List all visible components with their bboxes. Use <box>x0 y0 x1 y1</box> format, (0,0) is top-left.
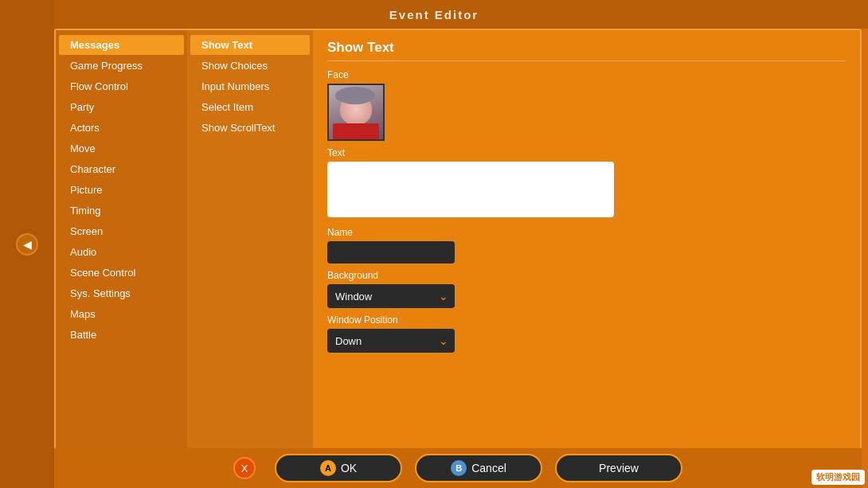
event-editor-dialog: MessagesGame ProgressFlow ControlPartyAc… <box>54 29 862 456</box>
ok-label: OK <box>341 462 357 474</box>
face-outfit <box>333 123 379 139</box>
command-item-show-scrolltext[interactable]: Show ScrollText <box>190 118 310 138</box>
face-portrait-image <box>329 85 383 139</box>
dialog-content: MessagesGame ProgressFlow ControlPartyAc… <box>56 30 860 455</box>
preview-button[interactable]: Preview <box>555 454 682 482</box>
command-list: Show TextShow ChoicesInput NumbersSelect… <box>187 30 313 455</box>
cancel-label: Cancel <box>471 462 506 474</box>
command-item-select-item[interactable]: Select Item <box>190 97 310 117</box>
sidebar-item-game-progress[interactable]: Game Progress <box>59 56 184 76</box>
text-label: Text <box>327 147 846 158</box>
sidebar-item-scene-control[interactable]: Scene Control <box>59 263 184 283</box>
sidebar-item-sys-settings[interactable]: Sys. Settings <box>59 283 184 303</box>
face-selector[interactable] <box>327 84 385 141</box>
name-input[interactable] <box>327 241 455 264</box>
sidebar-item-flow-control[interactable]: Flow Control <box>59 76 184 96</box>
panel-title: Show Text <box>327 40 846 61</box>
x-close-button[interactable]: X <box>233 457 256 479</box>
bottom-action-bar: X A OK B Cancel Preview <box>54 448 862 488</box>
ok-button[interactable]: A OK <box>275 454 402 482</box>
sidebar-item-timing[interactable]: Timing <box>59 201 184 221</box>
left-edge-panel: ◀ <box>0 0 54 488</box>
sidebar-item-move[interactable]: Move <box>59 139 184 158</box>
sidebar-item-actors[interactable]: Actors <box>59 118 184 138</box>
command-item-input-numbers[interactable]: Input Numbers <box>190 76 310 96</box>
command-item-show-choices[interactable]: Show Choices <box>190 56 310 76</box>
b-button-icon: B <box>451 460 467 476</box>
back-arrow-button[interactable]: ◀ <box>16 233 38 256</box>
text-input[interactable] <box>327 162 614 217</box>
window-position-select[interactable]: Down Middle Up <box>327 329 455 353</box>
sidebar-item-screen[interactable]: Screen <box>59 221 184 241</box>
sidebar-item-audio[interactable]: Audio <box>59 242 184 262</box>
preview-label: Preview <box>599 462 639 474</box>
window-position-label: Window Position <box>327 314 846 326</box>
sidebar-item-messages[interactable]: Messages <box>59 35 184 55</box>
x-close-label: X <box>241 463 248 474</box>
background-select[interactable]: Window Dim Transparent <box>327 284 455 308</box>
title-bar: Event Editor <box>0 0 868 29</box>
content-panel: Show Text Face Text Name Background <box>313 30 860 455</box>
outer-background: Event Editor ◀ MessagesGame ProgressFlow… <box>0 0 868 488</box>
sidebar-item-battle[interactable]: Battle <box>59 325 184 345</box>
category-sidebar: MessagesGame ProgressFlow ControlPartyAc… <box>56 30 187 455</box>
sidebar-item-picture[interactable]: Picture <box>59 180 184 200</box>
a-button-icon: A <box>320 460 336 476</box>
sidebar-item-character[interactable]: Character <box>59 159 184 179</box>
cancel-button[interactable]: B Cancel <box>415 454 542 482</box>
background-label: Background <box>327 270 846 281</box>
sidebar-item-maps[interactable]: Maps <box>59 304 184 324</box>
sidebar-item-party[interactable]: Party <box>59 97 184 117</box>
background-select-wrapper: Window Dim Transparent ⌄ <box>327 284 455 308</box>
watermark: 软明游戏园 <box>811 470 865 485</box>
command-item-show-text[interactable]: Show Text <box>190 35 310 55</box>
face-label: Face <box>327 69 846 80</box>
window-position-select-wrapper: Down Middle Up ⌄ <box>327 329 455 353</box>
window-title: Event Editor <box>389 8 479 21</box>
name-label: Name <box>327 227 846 238</box>
